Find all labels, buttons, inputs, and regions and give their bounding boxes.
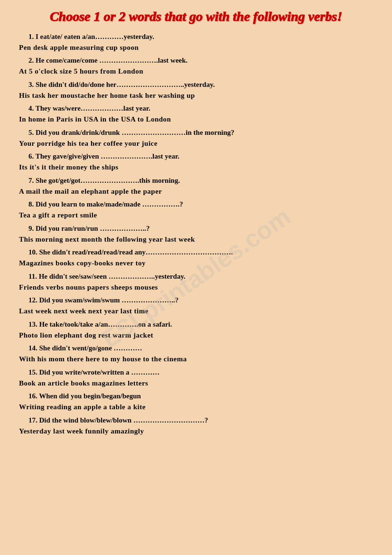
options-3: His task her moustache her home task her… <box>19 90 378 101</box>
options-16: Writing reading an apple a table a kite <box>19 402 378 413</box>
question-5: 5. Did you drank/drink/drunk ………………………in… <box>28 127 378 138</box>
question-17: 17. Did the wind blow/blew/blown …………………… <box>28 415 378 426</box>
options-10: Magazines books copy-books never toy <box>19 258 378 269</box>
options-17: Yesterday last week funnily amazingly <box>19 426 378 437</box>
options-12: Last week next week next year last time <box>19 306 378 317</box>
content-area: 1. I eat/ate/ eaten a/an…………yesterday.Pe… <box>14 31 378 437</box>
question-1: 1. I eat/ate/ eaten a/an…………yesterday. <box>28 31 378 42</box>
question-8: 8. Did you learn to make/made/made ……………… <box>28 199 378 210</box>
question-13: 13. He take/took/take a/an………….on a safa… <box>28 319 378 330</box>
question-2: 2. He come/came/come …………………….last week. <box>28 55 378 66</box>
question-15: 15. Did you write/wrote/written a ………… <box>28 367 378 378</box>
page-title: Choose 1 or 2 words that go with the fol… <box>14 9 378 25</box>
options-8: Tea a gift a report smile <box>19 210 378 221</box>
question-10: 10. She didn't read/read/read/read any……… <box>28 247 378 258</box>
options-5: Your porridge his tea her coffee your ju… <box>19 138 378 149</box>
options-4: In home in Paris in USA in the USA to Lo… <box>19 114 378 125</box>
options-9: This morning next month the following ye… <box>19 234 378 245</box>
question-9: 9. Did you ran/run/run ………………..? <box>28 223 378 234</box>
question-16: 16. When did you begin/began/begun <box>28 391 378 402</box>
options-1: Pen desk apple measuring cup spoon <box>19 42 378 53</box>
options-11: Friends verbs nouns papers sheeps mouses <box>19 282 378 293</box>
options-13: Photo lion elephant dog rest warm jacket <box>19 330 378 341</box>
options-14: With his mom there here to my house to t… <box>19 354 378 365</box>
options-15: Book an article books magazines letters <box>19 378 378 389</box>
question-6: 6. They gave/give/given ………………….last yea… <box>28 151 378 162</box>
question-11: 11. He didn't see/saw/seen ………………..yeste… <box>28 271 378 282</box>
question-4: 4. They was/were………………last year. <box>28 103 378 114</box>
question-14: 14. She didn't went/go/gone ………… <box>28 343 378 354</box>
options-7: A mail the mail an elephant apple the pa… <box>19 186 378 197</box>
question-7: 7. She got/get/got…………………….this morning. <box>28 175 378 186</box>
options-2: At 5 o'clock size 5 hours from London <box>19 66 378 77</box>
question-12: 12. Did you swam/swim/swum …………………..? <box>28 295 378 306</box>
options-6: Its it's it their money the ships <box>19 162 378 173</box>
question-3: 3. She didn't did/do/done her………………………..… <box>28 79 378 90</box>
